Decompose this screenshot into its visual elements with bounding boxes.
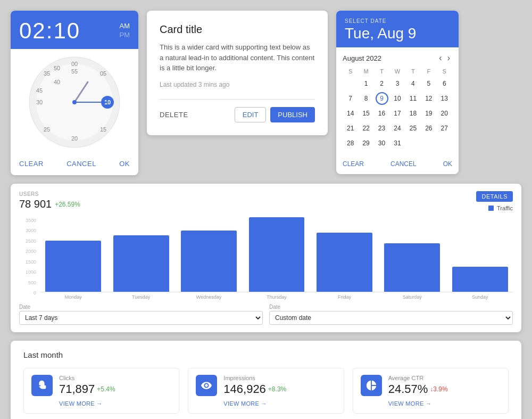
y-label-2000: 2000 (26, 249, 36, 254)
stat-icon (31, 375, 53, 396)
table-row[interactable]: 8 (358, 91, 373, 106)
clock-actions: CLEAR CANCEL OK (11, 155, 138, 175)
filter1-select[interactable]: Last 7 days (19, 311, 263, 325)
chart-users-count: 78 901 (19, 198, 52, 210)
table-row (421, 136, 436, 151)
chart-filter-1: Date Last 7 days (19, 304, 263, 325)
table-row[interactable]: 20 (437, 106, 452, 121)
stat-item: Impressions 146,926 +8.3% VIEW MORE → (188, 368, 344, 414)
clock-card: 02:10 AM PM 00 05 (11, 11, 138, 175)
calendar-prev-button[interactable]: ‹ (437, 53, 444, 63)
table-row[interactable]: 1 (358, 76, 373, 91)
calendar-month-label[interactable]: August 2022 (343, 54, 381, 62)
chart-bar-group (176, 231, 242, 292)
stat-content: Impressions 146,926 +8.3% VIEW MORE → (223, 375, 286, 407)
stats-card: Last month Clicks 71,897 +5.4% VIEW MORE… (11, 341, 521, 419)
chart-bars (40, 218, 513, 292)
cal-header-m: M (358, 67, 373, 76)
table-row[interactable]: 25 (405, 121, 421, 136)
y-label-3500: 3500 (26, 218, 36, 223)
table-row[interactable]: 26 (421, 121, 436, 136)
calendar-grid: S M T W T F S 12345678910111213141516171… (343, 67, 452, 151)
svg-text:25: 25 (44, 126, 50, 133)
table-row[interactable]: 4 (405, 76, 421, 91)
calendar-clear-button[interactable]: CLEAR (343, 160, 364, 168)
chart-x-labels: MondayTuesdayWednesdayThursdayFridaySatu… (40, 294, 513, 300)
clock-ok-button[interactable]: OK (119, 160, 130, 168)
cal-header-f: F (421, 67, 436, 76)
stat-item: Average CTR 24.57% ↓3.9% VIEW MORE → (353, 368, 509, 414)
svg-point-17 (72, 100, 77, 104)
table-row[interactable]: 12 (421, 91, 436, 106)
calendar-next-button[interactable]: › (445, 53, 452, 63)
details-button[interactable]: DETAILS (476, 191, 513, 202)
table-row[interactable]: 17 (389, 106, 405, 121)
table-row[interactable]: 18 (405, 106, 421, 121)
chart-bar-group (108, 235, 173, 292)
table-row[interactable]: 2 (374, 76, 389, 91)
stat-change: ↓3.9% (430, 385, 447, 393)
calendar-actions: CLEAR CANCEL OK (336, 156, 459, 174)
svg-text:15: 15 (100, 126, 106, 133)
cal-header-s2: S (437, 67, 452, 76)
table-row[interactable]: 16 (374, 106, 389, 121)
svg-text:05: 05 (100, 70, 106, 77)
table-row[interactable]: 14 (343, 106, 358, 121)
table-row[interactable]: 9 (374, 91, 389, 106)
top-row: 02:10 AM PM 00 05 (11, 11, 521, 175)
calendar-ok-button[interactable]: OK (443, 160, 452, 168)
table-row[interactable]: 19 (421, 106, 436, 121)
chart-bar (181, 231, 237, 292)
publish-button[interactable]: PUBLISH (270, 107, 315, 122)
calendar-card: SELECT DATE Tue, Aug 9 August 2022 ‹ › S… (336, 11, 459, 174)
chart-bars-container: MondayTuesdayWednesdayThursdayFridaySatu… (40, 218, 513, 300)
clock-pm[interactable]: PM (120, 31, 130, 40)
table-row[interactable]: 28 (343, 136, 358, 151)
stat-link[interactable]: VIEW MORE → (59, 400, 115, 407)
table-row[interactable]: 30 (374, 136, 389, 151)
filter2-select[interactable]: Custom date (269, 311, 513, 325)
table-row (405, 136, 421, 151)
table-row[interactable]: 7 (343, 91, 358, 106)
chart-bar-group (40, 241, 106, 292)
clock-clear-button[interactable]: CLEAR (19, 160, 44, 168)
chart-bar (384, 243, 440, 292)
delete-button[interactable]: DELETE (160, 111, 188, 119)
chart-bar-group (312, 233, 377, 292)
chart-y-axis: 3500 3000 2500 2000 1500 1000 500 0 (19, 218, 36, 298)
clock-cancel-button[interactable]: CANCEL (66, 160, 96, 168)
table-row[interactable]: 3 (389, 76, 405, 91)
stat-link[interactable]: VIEW MORE → (223, 400, 286, 407)
filter2-label: Date (269, 304, 513, 310)
table-row[interactable]: 15 (358, 106, 373, 121)
edit-button[interactable]: EDIT (235, 107, 267, 122)
stat-value: 71,897 +5.4% (59, 382, 115, 396)
table-row[interactable]: 13 (437, 91, 452, 106)
stat-link[interactable]: VIEW MORE → (388, 400, 448, 407)
calendar-cancel-button[interactable]: CANCEL (390, 160, 417, 168)
clock-am[interactable]: AM (120, 22, 130, 31)
chart-x-label: Saturday (379, 294, 445, 300)
info-card-body: This is a wider card with supporting tex… (160, 42, 315, 73)
table-row[interactable]: 31 (389, 136, 405, 151)
table-row[interactable]: 29 (358, 136, 373, 151)
chart-x-label: Tuesday (108, 294, 173, 300)
calendar-body: August 2022 ‹ › S M T W T F (336, 47, 459, 156)
table-row[interactable]: 21 (343, 121, 358, 136)
chart-bar (452, 267, 508, 292)
svg-text:35: 35 (44, 70, 50, 77)
table-row[interactable]: 10 (389, 91, 405, 106)
table-row[interactable]: 27 (437, 121, 452, 136)
stat-item: Clicks 71,897 +5.4% VIEW MORE → (23, 368, 179, 414)
table-row[interactable]: 24 (389, 121, 405, 136)
table-row[interactable]: 6 (437, 76, 452, 91)
table-row[interactable]: 11 (405, 91, 421, 106)
cal-header-t1: T (374, 67, 389, 76)
y-label-0: 0 (34, 290, 36, 295)
table-row[interactable]: 23 (374, 121, 389, 136)
stat-label: Clicks (59, 375, 115, 381)
clock-face[interactable]: 00 05 10 15 20 25 30 35 (27, 54, 122, 150)
table-row[interactable]: 22 (358, 121, 373, 136)
stat-label: Average CTR (388, 375, 448, 381)
table-row[interactable]: 5 (421, 76, 436, 91)
